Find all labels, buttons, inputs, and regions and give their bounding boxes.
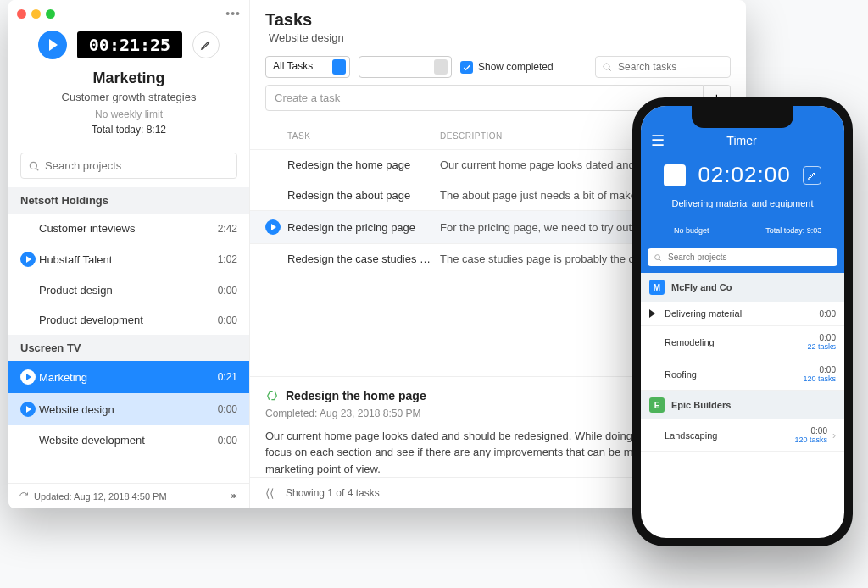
project-row[interactable]: Website design0:00 — [8, 393, 249, 425]
phone-subtitle: Delivering material and equipment — [641, 193, 844, 219]
phone-project-name: Roofing — [665, 369, 803, 380]
task-name: Redesign the home page — [287, 158, 440, 171]
project-time: 0:00 — [218, 435, 237, 447]
page-title: Tasks — [265, 10, 731, 30]
project-title: Marketing — [20, 69, 237, 87]
org-letter-icon: M — [649, 280, 665, 295]
minimize-window-icon[interactable] — [31, 9, 41, 19]
sidebar: ••• 00:21:25 Marketing Customer growth s… — [8, 0, 250, 508]
phone-mock: ☰ Timer 02:02:00 Delivering material and… — [632, 97, 853, 546]
phone-budget: No budget — [641, 219, 743, 241]
page-subtitle: Website design — [265, 31, 731, 44]
task-name: Redesign the about page — [287, 189, 440, 202]
project-row[interactable]: Product development0:00 — [8, 305, 249, 335]
create-task-input[interactable]: Create a task — [265, 85, 704, 111]
phone-edit-button[interactable] — [803, 166, 821, 185]
refresh-icon[interactable] — [19, 491, 29, 502]
checkbox-checked-icon — [460, 61, 473, 74]
phone-total: Total today: 9:03 — [743, 219, 845, 241]
org-header[interactable]: Netsoft Holdings — [8, 187, 249, 214]
play-icon[interactable] — [20, 252, 36, 267]
project-time: 0:00 — [218, 314, 237, 326]
collapse-icon[interactable]: ⇥⇤ — [227, 491, 239, 502]
filter-secondary[interactable] — [359, 56, 452, 78]
phone-project-row[interactable]: Roofing0:00120 tasks — [641, 358, 844, 391]
phone-title: Timer — [665, 134, 819, 147]
org-name: Epic Builders — [671, 400, 731, 410]
task-name: Redesign the case studies pa... — [287, 252, 440, 265]
menu-icon[interactable]: ☰ — [651, 131, 665, 150]
project-time: 0:21 — [218, 371, 237, 383]
phone-org-header[interactable]: MMcFly and Co — [641, 273, 844, 302]
phone-project-name: Delivering material — [665, 308, 820, 319]
project-row[interactable]: Website development0:00 — [8, 425, 249, 455]
window-titlebar: ••• — [8, 0, 249, 27]
project-row[interactable]: Hubstaff Talent1:02 — [8, 243, 249, 275]
col-task: TASK — [287, 131, 440, 141]
phone-search-input[interactable] — [648, 248, 837, 266]
collapse-left-icon[interactable]: ⟨⟨ — [265, 486, 274, 500]
project-time: 2:42 — [218, 223, 237, 235]
traffic-lights[interactable] — [17, 9, 55, 19]
phone-project-name: Landscaping — [665, 430, 794, 441]
project-name: Hubstaff Talent — [39, 253, 218, 266]
timer-value: 00:21:25 — [77, 31, 182, 58]
phone-project-meta: 0:00 — [820, 309, 836, 319]
play-button[interactable] — [38, 31, 67, 59]
phone-notch — [692, 106, 793, 128]
play-icon[interactable] — [20, 369, 36, 385]
phone-project-meta: 0:0022 tasks — [807, 333, 836, 351]
zoom-window-icon[interactable] — [46, 9, 55, 19]
phone-project-meta: 0:00120 tasks — [794, 426, 827, 444]
show-completed-toggle[interactable]: Show completed — [460, 61, 554, 74]
project-row[interactable]: Product design0:00 — [8, 275, 249, 305]
project-time: 0:00 — [218, 403, 237, 415]
project-subtitle: Customer growth strategies — [20, 91, 237, 103]
weekly-limit: No weekly limit — [20, 108, 237, 120]
play-icon[interactable] — [20, 402, 36, 417]
detail-title: Redesign the home page — [286, 389, 426, 402]
phone-timer-value: 02:02:00 — [698, 162, 790, 188]
org-header[interactable]: Uscreen TV — [8, 335, 249, 361]
phone-project-meta: 0:00120 tasks — [803, 365, 836, 383]
phone-project-row[interactable]: Landscaping0:00120 tasks› — [641, 419, 844, 452]
project-row[interactable]: Marketing0:21 — [8, 361, 249, 393]
project-name: Customer inteviews — [39, 222, 218, 235]
recycle-icon — [265, 389, 279, 402]
more-menu-icon[interactable]: ••• — [225, 7, 241, 20]
pencil-icon — [200, 39, 212, 51]
close-window-icon[interactable] — [17, 9, 26, 19]
play-icon[interactable] — [649, 309, 655, 318]
total-today: Total today: 8:12 — [20, 124, 237, 136]
project-time: 1:02 — [218, 253, 237, 265]
phone-project-name: Remodeling — [665, 337, 807, 347]
updated-label: Updated: Aug 12, 2018 4:50 PM — [34, 491, 167, 502]
pencil-icon — [807, 170, 817, 180]
sidebar-footer: Updated: Aug 12, 2018 4:50 PM ⇥⇤ — [8, 483, 249, 508]
phone-org-header[interactable]: EEpic Builders — [641, 391, 844, 419]
project-time: 0:00 — [218, 285, 237, 297]
org-letter-icon: E — [649, 397, 665, 413]
timer-block: 00:21:25 Marketing Customer growth strat… — [8, 27, 249, 144]
chevron-right-icon: › — [832, 430, 836, 441]
edit-button[interactable] — [192, 31, 220, 58]
project-name: Website development — [39, 434, 218, 447]
play-icon — [49, 39, 58, 51]
search-tasks-input[interactable] — [595, 56, 731, 78]
show-completed-label: Show completed — [478, 61, 554, 73]
project-name: Marketing — [39, 371, 218, 384]
org-name: McFly and Co — [671, 282, 732, 292]
play-icon[interactable] — [265, 219, 281, 235]
project-name: Product design — [39, 284, 218, 297]
showing-count: Showing 1 of 4 tasks — [286, 487, 380, 499]
project-name: Website design — [39, 403, 218, 416]
phone-project-row[interactable]: Delivering material0:00 — [641, 302, 844, 326]
stop-button[interactable] — [664, 164, 686, 186]
filter-all-tasks[interactable]: All Tasks — [265, 56, 350, 78]
project-name: Product development — [39, 313, 218, 326]
phone-project-row[interactable]: Remodeling0:0022 tasks — [641, 326, 844, 358]
task-name: Redesign the pricing page — [287, 221, 440, 234]
search-projects-input[interactable] — [20, 153, 237, 179]
project-row[interactable]: Customer inteviews2:42 — [8, 214, 249, 243]
